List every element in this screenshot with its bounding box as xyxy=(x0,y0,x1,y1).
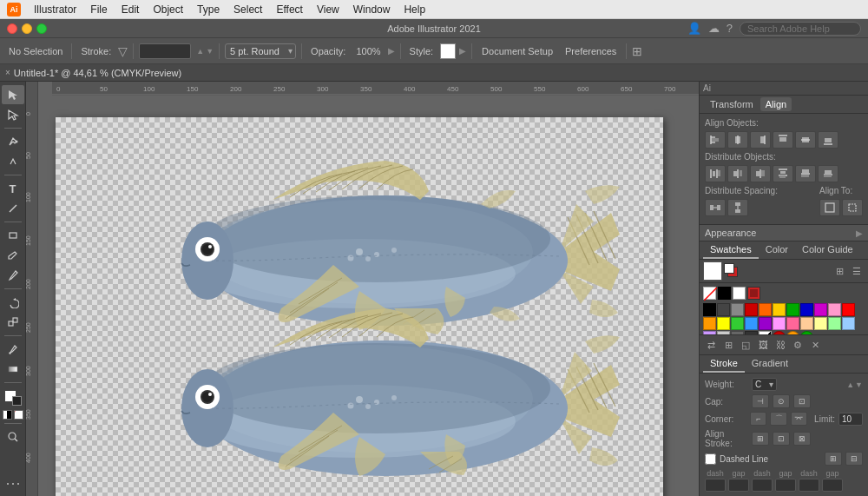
bottom-panel-icon-4[interactable]: 🖼 xyxy=(755,337,771,353)
gap-input-2[interactable] xyxy=(775,479,796,492)
menu-illustrator[interactable]: Illustrator xyxy=(28,2,82,17)
tab-swatches[interactable]: Swatches xyxy=(703,241,759,259)
swatches-grid-view-btn[interactable]: ⊞ xyxy=(832,263,847,279)
paintbrush-tool-btn[interactable] xyxy=(2,246,24,265)
menu-select[interactable]: Select xyxy=(227,2,268,17)
swatch-c18[interactable] xyxy=(786,317,799,330)
line-tool-btn[interactable] xyxy=(2,199,24,218)
default-colors-btn[interactable] xyxy=(3,410,12,420)
direct-selection-tool-btn[interactable] xyxy=(2,105,24,124)
menu-view[interactable]: View xyxy=(311,2,345,17)
align-top-btn[interactable] xyxy=(773,131,793,149)
swatch-c12[interactable] xyxy=(703,317,716,330)
weight-up-btn[interactable]: ▲ xyxy=(846,380,854,389)
appearance-panel-header[interactable]: Appearance ▶ xyxy=(700,225,868,241)
rotate-tool-btn[interactable] xyxy=(2,293,24,312)
menu-help[interactable]: Help xyxy=(398,2,431,17)
dashed-option-1[interactable]: ⊞ xyxy=(825,452,842,466)
user-icon[interactable]: 👤 xyxy=(687,22,701,35)
distribute-v-spacing-btn[interactable] xyxy=(727,199,748,216)
swatch-c6[interactable] xyxy=(773,303,786,316)
more-tools-btn[interactable]: ⋯ xyxy=(3,473,23,493)
arrange-icon[interactable]: ⊞ xyxy=(632,44,642,58)
dashed-line-checkbox[interactable] xyxy=(705,453,716,465)
style-arrow[interactable]: ▶ xyxy=(459,46,466,56)
selection-tool-btn[interactable] xyxy=(2,85,24,104)
scale-tool-btn[interactable] xyxy=(2,313,24,332)
menu-window[interactable]: Window xyxy=(347,2,397,17)
menu-edit[interactable]: Edit xyxy=(115,2,146,17)
dashed-option-2[interactable]: ⊟ xyxy=(845,452,863,466)
pen-tool-btn[interactable] xyxy=(2,132,24,151)
align-right-btn[interactable] xyxy=(750,131,771,149)
dash-input-2[interactable] xyxy=(752,479,773,492)
corner-round-btn[interactable]: ⌒ xyxy=(770,412,786,426)
swatch-black[interactable] xyxy=(718,287,731,300)
align-left-btn[interactable] xyxy=(705,131,726,149)
bottom-panel-icon-7[interactable]: ✕ xyxy=(807,337,823,353)
distribute-center-v-btn[interactable] xyxy=(795,165,816,182)
bottom-panel-icon-1[interactable]: ⇄ xyxy=(703,337,719,353)
bottom-panel-icon-2[interactable]: ⊞ xyxy=(720,337,736,353)
gap-input-3[interactable] xyxy=(822,479,843,492)
gradient-tool-btn[interactable] xyxy=(2,360,24,379)
panel-icon-1[interactable]: Ai xyxy=(703,83,711,93)
weight-select[interactable]: C xyxy=(752,378,777,391)
align-stroke-outside-btn[interactable]: ⊠ xyxy=(793,432,811,446)
none-btn[interactable] xyxy=(14,410,23,420)
distribute-top-btn[interactable] xyxy=(773,165,793,182)
align-center-h-btn[interactable] xyxy=(727,131,748,149)
white-swatch-main[interactable] xyxy=(703,261,722,281)
swatch-c17[interactable] xyxy=(773,317,786,330)
brush-size-select[interactable]: 5 pt. Round xyxy=(225,43,296,59)
swatch-c10[interactable] xyxy=(828,303,841,316)
style-swatch[interactable] xyxy=(440,43,456,59)
gap-input-1[interactable] xyxy=(728,479,749,492)
type-tool-btn[interactable]: T xyxy=(2,179,24,198)
align-bottom-btn[interactable] xyxy=(818,131,838,149)
dash-input-1[interactable] xyxy=(705,479,726,492)
limit-input[interactable] xyxy=(838,413,863,426)
menu-type[interactable]: Type xyxy=(191,2,226,17)
swatch-c9[interactable] xyxy=(814,303,827,316)
tab-align[interactable]: Align xyxy=(760,97,792,111)
menu-effect[interactable]: Effect xyxy=(270,2,308,17)
menu-object[interactable]: Object xyxy=(147,2,189,17)
bottom-panel-icon-6[interactable]: ⚙ xyxy=(790,337,806,353)
align-stroke-inside-btn[interactable]: ⊡ xyxy=(773,432,790,446)
align-to-page-btn[interactable] xyxy=(819,199,840,216)
fill-stroke-swatch[interactable] xyxy=(3,388,23,407)
info-icon[interactable]: ? xyxy=(727,22,733,35)
tab-transform[interactable]: Transform xyxy=(705,97,759,111)
minimize-button[interactable] xyxy=(22,23,32,34)
swatches-menu-btn[interactable]: ☰ xyxy=(849,263,865,279)
swatch-c4[interactable] xyxy=(745,303,758,316)
tab-color-guide[interactable]: Color Guide xyxy=(795,241,860,259)
distribute-bottom-btn[interactable] xyxy=(818,165,838,182)
opacity-arrow[interactable]: ▶ xyxy=(388,46,395,56)
cloud-icon[interactable]: ☁ xyxy=(708,22,720,35)
eyedropper-tool-btn[interactable] xyxy=(2,340,24,359)
align-to-selection-btn[interactable] xyxy=(842,199,863,216)
distribute-h-spacing-btn[interactable] xyxy=(705,199,726,216)
cap-round-btn[interactable]: ⊙ xyxy=(773,394,790,408)
swatch-c8[interactable] xyxy=(800,303,813,316)
swatch-white[interactable] xyxy=(733,287,746,300)
canvas-area[interactable]: 0 50 100 150 200 250 300 350 400 450 500… xyxy=(26,82,699,496)
anchor-point-tool-btn[interactable] xyxy=(2,152,24,171)
align-stroke-center-btn[interactable]: ⊞ xyxy=(752,432,769,446)
cap-square-btn[interactable]: ⊡ xyxy=(793,394,811,408)
menu-file[interactable]: File xyxy=(84,2,113,17)
stroke-up-arrow[interactable]: ▲ xyxy=(196,47,204,56)
stroke-down-arrow[interactable]: ▼ xyxy=(206,47,214,56)
zoom-tool-btn[interactable] xyxy=(2,427,24,446)
swatch-c3[interactable] xyxy=(731,303,744,316)
doc-tab-close-btn[interactable]: × xyxy=(5,68,10,77)
help-search-input[interactable] xyxy=(740,22,861,36)
stroke-color-input[interactable] xyxy=(139,43,191,59)
swatch-c11[interactable] xyxy=(842,303,855,316)
tab-color[interactable]: Color xyxy=(759,241,795,259)
maximize-button[interactable] xyxy=(36,23,47,34)
swatch-c1[interactable] xyxy=(703,303,716,316)
swatch-none[interactable] xyxy=(703,287,716,300)
